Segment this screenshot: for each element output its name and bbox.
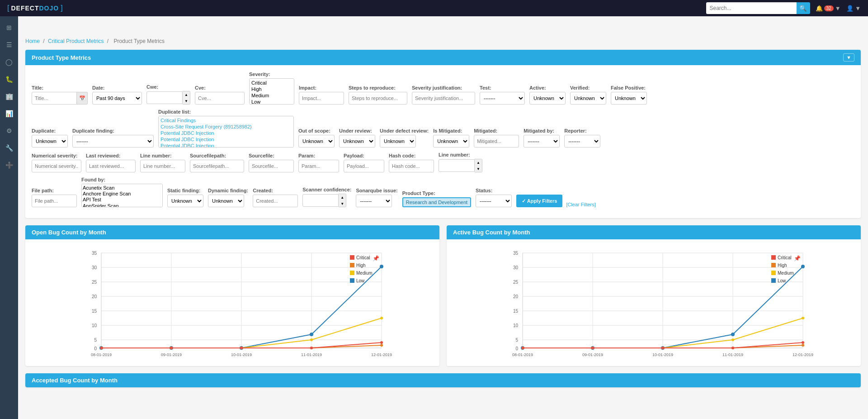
svg-text:12-01-2019: 12-01-2019 xyxy=(793,352,813,357)
impact-input[interactable] xyxy=(299,92,344,105)
static-select[interactable]: Unknown Yes No xyxy=(167,195,203,207)
out-of-scope-label: Out of scope: xyxy=(298,128,335,133)
found-by-select[interactable]: Acunetix Scan Anchore Engine Scan API Te… xyxy=(81,184,163,207)
user-menu-button[interactable]: 👤 ▼ xyxy=(846,5,861,12)
clear-filters-link[interactable]: [Clear Filters] xyxy=(566,202,595,207)
scanner-conf-input[interactable] xyxy=(302,194,339,207)
under-review-select[interactable]: Unknown Yes No xyxy=(339,135,375,148)
nav-right: 🔍 🔔 32 ▼ 👤 ▼ xyxy=(706,2,861,14)
title-label: Title: xyxy=(32,85,88,90)
sidebar-item-metrics[interactable]: 📊 xyxy=(1,106,17,121)
found-by-label: Found by: xyxy=(81,177,163,182)
filter-field-under-review: Under review: Unknown Yes No xyxy=(339,128,375,148)
title-calendar-button[interactable]: 📅 xyxy=(77,92,88,105)
sidebar-item-user[interactable]: ◯ xyxy=(1,54,17,70)
filter-row-4: File path: Found by: Acunetix Scan Ancho… xyxy=(32,177,854,207)
dup-finding-select[interactable]: ------- xyxy=(72,135,154,148)
cve-input[interactable] xyxy=(195,92,245,105)
scanner-conf-spinner: ▲ ▼ xyxy=(339,194,346,207)
reporter-select[interactable]: ------- xyxy=(564,135,600,148)
impact-label: Impact: xyxy=(299,85,344,90)
created-input[interactable] xyxy=(253,195,298,207)
param-input[interactable] xyxy=(298,160,339,172)
filter-icon-button[interactable]: ▼ xyxy=(843,53,854,62)
svg-text:10: 10 xyxy=(513,323,519,328)
svg-rect-107 xyxy=(771,278,776,283)
filter-field-under-defect: Under defect review: Unknown Yes No xyxy=(380,128,429,148)
false-positive-select[interactable]: Unknown Yes No xyxy=(611,92,647,105)
last-reviewed-input[interactable] xyxy=(86,160,136,172)
sourcefile-input[interactable] xyxy=(249,160,294,172)
svg-text:Low: Low xyxy=(356,278,365,283)
mitigated-by-select[interactable]: ------- xyxy=(524,135,560,148)
open-bug-chart-title: Open Bug Count by Month xyxy=(32,229,106,236)
bug-icon: 🐛 xyxy=(5,76,13,83)
sidebar-item-list[interactable]: ☰ xyxy=(1,37,17,52)
steps-label: Steps to reproduce: xyxy=(349,85,407,90)
notification-button[interactable]: 🔔 32 ▼ xyxy=(816,5,841,12)
dynamic-select[interactable]: Unknown Yes No xyxy=(208,195,244,207)
test-label: Test: xyxy=(480,85,525,90)
cwe-increment[interactable]: ▲ xyxy=(183,91,190,98)
svg-text:11-01-2019: 11-01-2019 xyxy=(722,352,743,357)
filter-row-2: Duplicate: Unknown Yes No Duplicate find… xyxy=(32,109,854,148)
filter-field-last-reviewed: Last reviewed: xyxy=(86,153,136,172)
sidebar-item-home[interactable]: ⊞ xyxy=(1,20,17,35)
sonarqube-select[interactable]: ------- xyxy=(356,195,392,207)
svg-point-97 xyxy=(591,347,594,349)
test-select[interactable]: ------- xyxy=(480,92,525,105)
mitigated-input[interactable] xyxy=(474,135,519,148)
sidebar-item-tools[interactable]: 🔧 xyxy=(1,140,17,156)
severity-select[interactable]: Critical High Medium Low Info xyxy=(249,78,294,105)
breadcrumb-home[interactable]: Home xyxy=(25,38,40,44)
line-number-input[interactable] xyxy=(140,160,185,172)
svg-text:Medium: Medium xyxy=(356,271,373,276)
cwe-decrement[interactable]: ▼ xyxy=(183,98,190,104)
sidebar-item-bugs[interactable]: 🐛 xyxy=(1,71,17,87)
filepath-input[interactable] xyxy=(32,195,77,207)
active-select[interactable]: Unknown Yes No xyxy=(529,92,566,105)
num-sev-input[interactable] xyxy=(32,160,81,172)
scanner-decrement[interactable]: ▼ xyxy=(339,200,346,207)
accepted-bug-chart-title: Accepted Bug Count by Month xyxy=(32,377,118,384)
severity-just-input[interactable] xyxy=(412,92,475,105)
charts-row: Open Bug Count by Month 35 30 25 20 xyxy=(25,225,861,366)
sourcefilepath-input[interactable] xyxy=(190,160,244,172)
is-mitigated-select[interactable]: Unknown Yes No xyxy=(433,135,469,148)
svg-point-99 xyxy=(731,347,734,349)
sidebar-item-settings[interactable]: ⚙ xyxy=(1,123,17,138)
search-button[interactable]: 🔍 xyxy=(797,2,810,14)
sidebar-item-add[interactable]: ➕ xyxy=(1,157,17,173)
breadcrumb-critical[interactable]: Critical Product Metrics xyxy=(48,38,104,44)
dup-list-select[interactable]: Critical Findings Cross-Site Request For… xyxy=(158,116,294,148)
product-type-value: Research and Development xyxy=(402,197,471,207)
active-bug-chart-body: 35 30 25 20 15 10 5 0 xyxy=(447,239,861,366)
status-select[interactable]: ------- xyxy=(476,195,512,207)
under-defect-select[interactable]: Unknown Yes No xyxy=(380,135,416,148)
svg-rect-46 xyxy=(350,255,354,260)
date-select[interactable]: Past 90 days Past 30 days Past 7 days Al… xyxy=(92,92,142,105)
line-number2-increment[interactable]: ▲ xyxy=(475,159,482,166)
search-box: 🔍 xyxy=(706,2,810,14)
sidebar-item-org[interactable]: 🏢 xyxy=(1,89,17,104)
line-number2-decrement[interactable]: ▼ xyxy=(475,166,482,172)
filter-field-dup-list: Duplicate list: Critical Findings Cross-… xyxy=(158,109,294,148)
steps-input[interactable] xyxy=(349,92,407,105)
apply-filters-button[interactable]: ✓ Apply Filters xyxy=(516,195,562,207)
title-input[interactable] xyxy=(32,92,77,105)
verified-select[interactable]: Unknown Yes No xyxy=(570,92,606,105)
filter-field-product-type: Product Type: Research and Development xyxy=(402,190,471,207)
line-number2-input[interactable] xyxy=(439,159,475,172)
svg-point-100 xyxy=(802,341,804,344)
duplicate-select[interactable]: Unknown Yes No xyxy=(32,135,68,148)
hash-code-input[interactable] xyxy=(389,160,434,172)
payload-input[interactable] xyxy=(344,160,384,172)
svg-text:09-01-2019: 09-01-2019 xyxy=(161,352,182,357)
top-navbar: [ DEFECTDOJO ] 🔍 🔔 32 ▼ 👤 ▼ xyxy=(0,0,868,16)
filter-field-hash-code: Hash code: xyxy=(389,153,434,172)
cwe-input[interactable] xyxy=(146,91,183,104)
scanner-increment[interactable]: ▲ xyxy=(339,194,346,200)
svg-point-89 xyxy=(731,338,734,341)
search-input[interactable] xyxy=(706,2,797,14)
out-of-scope-select[interactable]: Unknown Yes No xyxy=(298,135,335,148)
